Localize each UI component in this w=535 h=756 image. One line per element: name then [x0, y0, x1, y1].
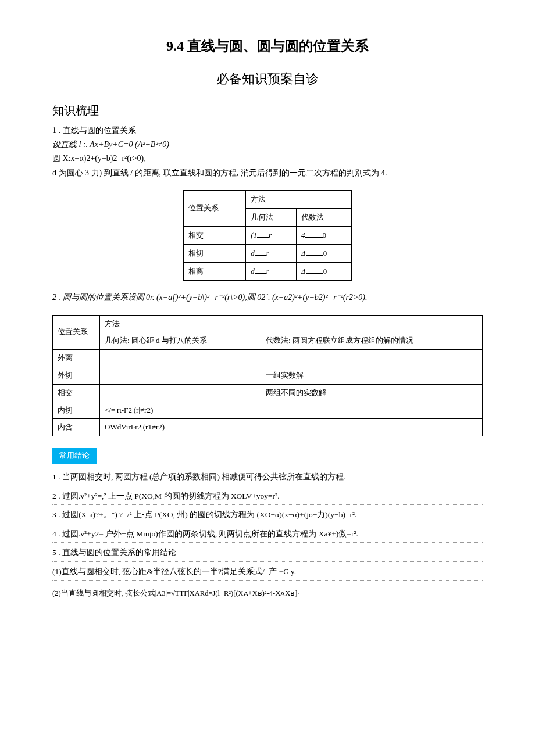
t2-r3-geo	[100, 384, 261, 402]
table-row: 相交 两组不同的实数解	[53, 384, 483, 402]
t1-r1-alg: 40	[297, 227, 352, 245]
t1-r2-geo: dr	[246, 245, 297, 263]
table-row: 内含 OWdVirI·r2|(r1≠r2)	[53, 419, 483, 436]
conclusion-1: 1 . 当两圆相交时, 两圆方程 (总产项的系数相同) 相减便可得公共弦所在直线…	[52, 467, 483, 486]
blue-bar-conclusions: 常用结论	[52, 448, 97, 464]
table-circle-circle: 位置关系 方法 几何法: 圆心距 d 与打八的关系 代数法: 两圆方程联立组成方…	[52, 315, 483, 437]
t2-r3-pos: 相交	[53, 384, 100, 402]
blank	[306, 266, 323, 274]
blank	[255, 266, 266, 274]
t1-r1-pos: 相交	[184, 227, 246, 245]
t1-h-pos: 位置关系	[184, 191, 246, 227]
blank	[306, 248, 323, 256]
t2-r3-alg: 两组不同的实数解	[261, 384, 483, 402]
title-main: 9.4 直线与圆、圆与圆的位置关系	[52, 35, 483, 57]
conclusion-2: 2 . 过圆.v²+y²=,² 上一点 P(XO,M 的圆的切线方程为 XOLV…	[52, 486, 483, 506]
t1-r1-alg-b: 0	[323, 231, 327, 239]
t2-h-geo: 几何法: 圆心距 d 与打八的关系	[100, 332, 261, 350]
t2-r4-alg	[261, 402, 483, 419]
sec1-line2: 圆 X:x−α)2+(y−b)2=r²(r>0),	[52, 152, 483, 165]
t2-r4-geo: </=|rι-Γ2|(r|≠r2)	[100, 402, 261, 419]
sec1-heading: 1 . 直线与圆的位置关系	[52, 124, 483, 137]
t1-r2-alg: Δ0	[297, 245, 352, 263]
t1-r3-alg-b: 0	[323, 267, 327, 275]
conclusion-5: 5 . 直线与圆的位置关系的常用结论	[52, 543, 483, 562]
t2-r2-pos: 外切	[53, 367, 100, 384]
footer-formula: (2)当直线与圆相交时, 弦长公式|A3|=√TTF|XARd=J(l+R²)[…	[52, 587, 483, 599]
t1-r2-alg-b: 0	[323, 249, 327, 257]
table-row: 相切 dr Δ0	[184, 245, 352, 263]
t1-r2-pos: 相切	[184, 245, 246, 263]
t2-h-method: 方法	[100, 315, 483, 332]
blank	[266, 422, 277, 429]
conclusion-6: (1)直线与圆相交时, 弦心距&半径八弦长的一半?满足关系式/=产 +G|y.	[52, 562, 483, 581]
t1-h-method: 方法	[246, 191, 352, 209]
t2-r1-pos: 外离	[53, 350, 100, 367]
t1-r1-geo-b: r	[269, 231, 272, 239]
t2-r5-geo: OWdVirI·r2|(r1≠r2)	[100, 419, 261, 436]
t1-r3-geo-b: r	[266, 267, 269, 275]
t1-r1-geo: (1r	[246, 227, 297, 245]
t2-r4-pos: 内切	[53, 402, 100, 419]
table-line-circle: 位置关系 方法 几何法 代数法 相交 (1r 40 相切 dr Δ0 相离 dr…	[183, 190, 352, 281]
table-row: 外切 一组实数解	[53, 367, 483, 384]
t2-r5-pos: 内含	[53, 419, 100, 436]
t2-h-pos: 位置关系	[53, 315, 100, 350]
conclusion-4: 4 . 过圆.v²+y2= 户外−点 Mmjo)作圆的两条切线, 则两切点所在的…	[52, 524, 483, 543]
t1-h-alg: 代数法	[297, 209, 352, 227]
blank	[257, 230, 269, 238]
t2-r2-geo	[100, 367, 261, 384]
t1-r2-geo-b: r	[266, 249, 269, 257]
t1-r2-alg-a: Δ	[301, 249, 306, 257]
table-row: 相离 dr Δ0	[184, 263, 352, 281]
heading-knowledge: 知识梳理	[52, 101, 483, 120]
t2-r5-alg	[261, 419, 483, 436]
table-row: 内切 </=|rι-Γ2|(r|≠r2)	[53, 402, 483, 419]
t1-r3-alg: Δ0	[297, 263, 352, 281]
blank	[255, 248, 266, 256]
sec2-heading: 2 . 圆与圆的位置关系设圆 0r. (x−a[)²+(y−b\)²=r⁻²(r…	[52, 291, 483, 304]
t1-r1-geo-a: (1	[251, 231, 257, 239]
table-row: 相交 (1r 40	[184, 227, 352, 245]
title-sub: 必备知识预案自诊	[52, 69, 483, 89]
t1-r3-alg-a: Δ	[301, 267, 306, 275]
t2-r1-alg	[261, 350, 483, 367]
t2-r2-alg: 一组实数解	[261, 367, 483, 384]
t2-r1-geo	[100, 350, 261, 367]
sec1-line3: d 为圆心 3 力) 到直线 / 的距离, 联立直线和圆的方程, 消元后得到的一…	[52, 167, 483, 180]
t1-r3-pos: 相离	[184, 263, 246, 281]
t1-h-geo: 几何法	[246, 209, 297, 227]
blank	[305, 230, 323, 238]
sec1-line1: 设直线 l :. Ax+By+C=0 (A²+B²≠0)	[52, 138, 483, 151]
table-row: 外离	[53, 350, 483, 367]
t1-r3-geo: dr	[246, 263, 297, 281]
t2-h-alg: 代数法: 两圆方程联立组成方程组的解的情况	[261, 332, 483, 350]
conclusion-3: 3 . 过圆(X-a)?+。") ?=/² 上•点 P(XO, 州) 的圆的切线…	[52, 505, 483, 524]
